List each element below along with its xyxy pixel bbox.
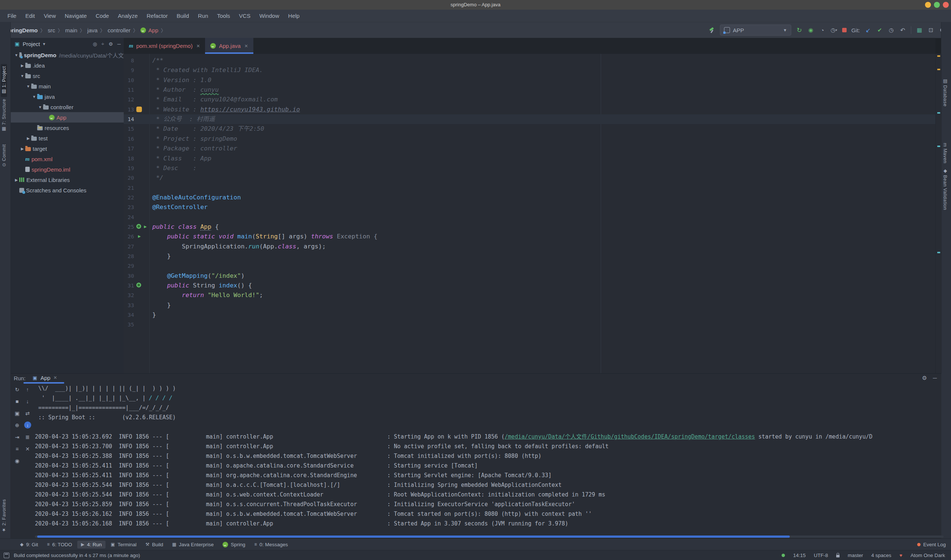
event-log-button[interactable]: Event Log xyxy=(917,542,946,548)
code-line-16[interactable]: 16 * Project : springDemo xyxy=(124,134,936,144)
code-line-30[interactable]: 30 @GetMapping("/index") xyxy=(124,271,936,281)
stripe-mark[interactable] xyxy=(937,146,940,147)
menu-help[interactable]: Help xyxy=(285,12,303,20)
console-horizontal-scrollbar[interactable] xyxy=(35,535,943,538)
chevron-collapsed-icon[interactable]: ▶ xyxy=(19,63,25,68)
scrollbar-thumb[interactable] xyxy=(37,535,790,538)
code-line-32[interactable]: 32 return "Hello World!"; xyxy=(124,291,936,300)
collapse-all-icon[interactable]: ÷ xyxy=(102,41,104,47)
menu-analyze[interactable]: Analyze xyxy=(114,12,141,20)
chevron-expanded-icon[interactable]: ▼ xyxy=(13,53,19,57)
tree-item-springdemo-iml[interactable]: springDemo.iml xyxy=(11,164,124,175)
code-line-15[interactable]: 15 * Date : 2020/4/23 下午2:50 xyxy=(124,124,936,134)
stripe-mark[interactable] xyxy=(937,55,940,57)
tree-item-pom-xml[interactable]: mpom.xml xyxy=(11,154,124,164)
code-line-11[interactable]: 11 * Author : cunyu xyxy=(124,85,936,95)
breadcrumb-item-src[interactable]: src xyxy=(48,27,55,34)
hide-panel-icon[interactable]: ─ xyxy=(933,375,937,382)
stripe-button-bean-validation[interactable]: ◆ Bean Validation xyxy=(942,168,948,210)
code-line-10[interactable]: 10 * Version : 1.0 xyxy=(124,75,936,85)
stripe-button-database[interactable]: ▤ Database xyxy=(942,78,948,106)
stripe-mark[interactable] xyxy=(937,112,940,114)
code-line-19[interactable]: 19 * Desc : xyxy=(124,163,936,173)
chevron-collapsed-icon[interactable]: ▶ xyxy=(13,178,19,182)
thread-dump-icon[interactable]: ▣ xyxy=(14,409,21,417)
lock-icon[interactable] xyxy=(836,555,840,557)
git-branch[interactable]: master xyxy=(848,552,863,558)
project-structure-icon[interactable]: ▦ xyxy=(916,27,923,34)
menu-edit[interactable]: Edit xyxy=(22,12,38,20)
code-line-25[interactable]: 25▶public class App { xyxy=(124,222,936,232)
git-commit-icon[interactable]: ✔ xyxy=(876,27,883,34)
code-line-17[interactable]: 17 * Package : controller xyxy=(124,144,936,153)
down-stack-icon[interactable]: ↓ xyxy=(24,398,31,405)
spring-bean-gutter-icon[interactable] xyxy=(136,224,141,229)
menu-run[interactable]: Run xyxy=(194,12,212,20)
code-line-14[interactable]: 14 * 公众号 : 村雨遥 xyxy=(124,114,936,124)
up-stack-icon[interactable]: ↑ xyxy=(24,386,31,393)
close-icon[interactable]: ✕ xyxy=(245,43,248,49)
editor-tab-pom-xml[interactable]: mpom.xml (springDemo)✕ xyxy=(124,38,205,54)
menu-tools[interactable]: Tools xyxy=(213,12,234,20)
toolwindow-button-todo[interactable]: ≡6: TODO xyxy=(43,541,76,548)
close-icon[interactable]: ✕ xyxy=(196,43,200,49)
toolwindow-button-git[interactable]: ◆9: Git xyxy=(16,541,42,548)
breadcrumb-item-controller[interactable]: controller xyxy=(108,27,131,34)
tree-item-src[interactable]: ▼src xyxy=(11,71,124,81)
toolwindow-button-spring[interactable]: Spring xyxy=(219,541,249,548)
stripe-button-7-structure[interactable]: ▦ 7: Structure xyxy=(1,97,7,134)
breadcrumb-item-java[interactable]: java xyxy=(87,27,98,34)
file-encoding[interactable]: UTF-8 xyxy=(814,552,828,558)
theme-name[interactable]: Atom One Dark xyxy=(911,552,945,558)
jump-to-icon[interactable]: ⇥ xyxy=(14,433,21,440)
history-icon[interactable]: ◷ xyxy=(888,27,894,34)
hide-panel-icon[interactable]: ─ xyxy=(117,41,121,47)
tree-item-test[interactable]: ▶test xyxy=(11,133,124,143)
tree-item-springdemo[interactable]: ▼springDemo/media/cunyu/Data/个人文 xyxy=(11,50,124,60)
chevron-collapsed-icon[interactable]: ▶ xyxy=(25,136,31,140)
gear-icon[interactable]: ⚙ xyxy=(108,41,113,47)
scroll-to-end-icon[interactable]: ↓ xyxy=(24,422,31,429)
menu-refactor[interactable]: Refactor xyxy=(143,12,172,20)
print-icon[interactable]: ≣ xyxy=(24,433,31,440)
menu-view[interactable]: View xyxy=(40,12,60,20)
build-hammer-icon[interactable] xyxy=(708,27,715,34)
debug-button-icon[interactable]: ◉ xyxy=(808,27,814,34)
chevron-collapsed-icon[interactable]: ▶ xyxy=(19,147,25,151)
code-line-9[interactable]: 9 * Created with IntelliJ IDEA. xyxy=(124,65,936,75)
run-gutter-icon[interactable]: ▶ xyxy=(136,233,142,239)
tree-item-java[interactable]: ▼java xyxy=(11,91,124,102)
stripe-button-maven[interactable]: m Maven xyxy=(942,143,948,163)
code-line-21[interactable]: 21 xyxy=(124,183,936,193)
toolwindow-button-run[interactable]: ▶4: Run xyxy=(77,541,106,548)
menu-file[interactable]: File xyxy=(4,12,20,20)
code-line-34[interactable]: 34} xyxy=(124,310,936,320)
spring-bean-gutter-icon[interactable] xyxy=(136,283,141,288)
tree-item--idea[interactable]: ▶.idea xyxy=(11,60,124,71)
run-tab[interactable]: ▣ App ✕ xyxy=(32,374,57,381)
preview-icon[interactable]: ⊡ xyxy=(928,27,934,34)
code-line-26[interactable]: 26▶ public static void main(String[] arg… xyxy=(124,232,936,242)
stop-icon[interactable] xyxy=(842,28,846,32)
code-line-12[interactable]: 12 * Email : cunyu1024@foxmail.com xyxy=(124,95,936,105)
chevron-expanded-icon[interactable]: ▼ xyxy=(25,84,31,88)
menu-build[interactable]: Build xyxy=(173,12,192,20)
run-button-icon[interactable]: ↻ xyxy=(796,27,803,34)
stop-icon[interactable]: ■ xyxy=(14,398,21,405)
code-line-35[interactable]: 35 xyxy=(124,320,936,329)
editor-error-stripe[interactable] xyxy=(936,54,942,373)
tree-item-external-libraries[interactable]: ▶External Libraries xyxy=(11,175,124,185)
breadcrumb-item-main[interactable]: main xyxy=(65,27,78,34)
menu-code[interactable]: Code xyxy=(92,12,112,20)
close-button[interactable] xyxy=(943,2,949,8)
code-line-27[interactable]: 27 SpringApplication.run(App.class, args… xyxy=(124,242,936,251)
soft-wrap-icon[interactable]: ⇄ xyxy=(24,409,31,417)
tree-item-app[interactable]: App xyxy=(11,112,124,123)
close-icon[interactable]: ✕ xyxy=(54,375,57,380)
run-gutter-icon[interactable]: ▶ xyxy=(142,223,148,229)
project-panel-title[interactable]: Project xyxy=(23,41,40,47)
run-configuration-select[interactable]: APP ▼ xyxy=(720,25,791,35)
code-line-28[interactable]: 28 } xyxy=(124,251,936,261)
chevron-down-icon[interactable]: ▼ xyxy=(42,42,46,46)
gear-icon[interactable]: ⚙ xyxy=(922,375,927,382)
